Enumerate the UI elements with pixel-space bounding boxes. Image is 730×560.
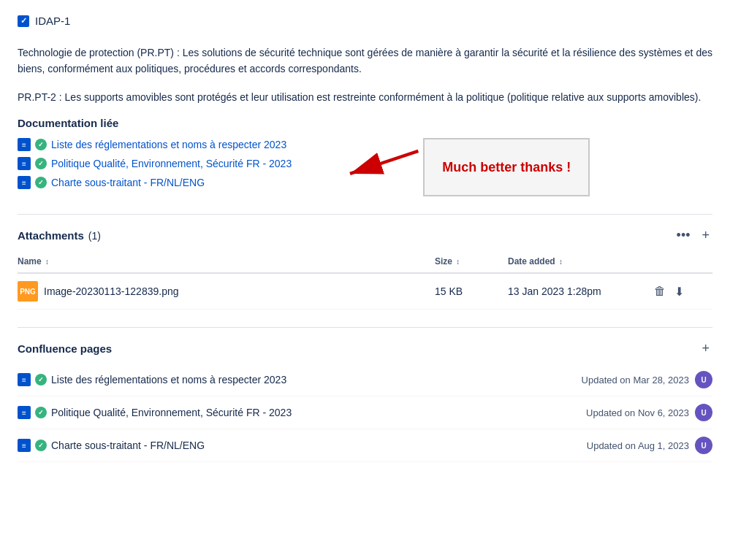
table-row: PNG Image-20230113-122839.png 15 KB 13 J…	[18, 274, 712, 310]
doc-icon	[18, 439, 31, 452]
col-date-header: Date added ↕	[508, 256, 654, 266]
check-icon	[35, 440, 47, 451]
delete-icon[interactable]: 🗑	[654, 285, 666, 298]
avatar: U	[695, 404, 712, 421]
attachments-count: (1)	[88, 230, 101, 242]
doc-links-area: Liste des réglementations et noms à resp…	[18, 138, 712, 196]
attachments-header: Attachments (1) ••• +	[18, 226, 712, 245]
three-dots-icon: •••	[677, 228, 691, 243]
list-item: Liste des réglementations et noms à resp…	[18, 138, 292, 151]
confluence-item-right: Updated on Nov 6, 2023 U	[586, 404, 712, 421]
attachments-section: Attachments (1) ••• + Name ↕ Size ↕ Date…	[18, 226, 712, 310]
confluence-title: Confluence pages	[18, 342, 112, 355]
attachments-actions: ••• +	[674, 226, 712, 245]
attachments-add-button[interactable]: +	[699, 226, 712, 245]
file-thumbnail: PNG	[18, 281, 38, 302]
attachments-title: Attachments	[18, 229, 84, 242]
attachments-table-header: Name ↕ Size ↕ Date added ↕	[18, 250, 712, 274]
plus-icon: +	[702, 341, 710, 356]
documentation-title: Documentation liée	[18, 117, 712, 129]
col-actions-header	[654, 256, 712, 266]
check-icon	[35, 407, 47, 418]
header-section: IDAP-1	[18, 15, 712, 27]
confluence-header: Confluence pages +	[18, 340, 712, 358]
documentation-section: Documentation liée Liste des réglementat…	[18, 117, 712, 196]
list-item: Charte sous-traitant - FR/NL/ENG Updated…	[18, 429, 712, 462]
col-size-header: Size ↕	[435, 256, 508, 266]
doc-link-1[interactable]: Liste des réglementations et noms à resp…	[51, 139, 286, 150]
file-date: 13 Jan 2023 1:28pm	[508, 285, 654, 297]
doc-icon	[18, 176, 31, 189]
callout-text: Much better thanks !	[442, 160, 571, 175]
doc-icon	[18, 138, 31, 151]
col-name-header: Name ↕	[18, 256, 435, 266]
check-icon	[35, 177, 47, 188]
confluence-item-right: Updated on Mar 28, 2023 U	[582, 371, 712, 388]
list-item: Politique Qualité, Environnement, Sécuri…	[18, 157, 292, 170]
svg-line-1	[350, 151, 418, 174]
file-actions: 🗑 ⬇	[654, 285, 712, 299]
list-item: Charte sous-traitant - FR/NL/ENG	[18, 176, 292, 189]
doc-icon	[18, 373, 31, 386]
ticket-id: IDAP-1	[35, 15, 70, 27]
file-name: Image-20230113-122839.png	[44, 285, 179, 297]
doc-icon	[18, 157, 31, 170]
list-item: Politique Qualité, Environnement, Sécuri…	[18, 396, 712, 429]
confluence-link-text: Charte sous-traitant - FR/NL/ENG	[51, 440, 205, 451]
confluence-add-button[interactable]: +	[699, 340, 712, 358]
sort-icon: ↕	[559, 258, 563, 266]
doc-links-list: Liste des réglementations et noms à resp…	[18, 138, 292, 196]
doc-link-2[interactable]: Politique Qualité, Environnement, Sécuri…	[51, 158, 292, 169]
file-name-cell: PNG Image-20230113-122839.png	[18, 281, 435, 302]
check-icon	[35, 374, 47, 386]
check-icon	[35, 139, 47, 150]
doc-icon	[18, 406, 31, 419]
confluence-item-left: Politique Qualité, Environnement, Sécuri…	[18, 406, 292, 419]
confluence-item-right: Updated on Aug 1, 2023 U	[587, 437, 712, 454]
check-icon	[35, 158, 47, 169]
divider	[18, 327, 712, 328]
file-size: 15 KB	[435, 285, 508, 297]
download-icon[interactable]: ⬇	[674, 285, 684, 299]
divider	[18, 214, 712, 215]
description-paragraph2: PR.PT-2 : Les supports amovibles sont pr…	[18, 89, 712, 105]
confluence-updated-date: Updated on Mar 28, 2023	[582, 375, 689, 386]
confluence-item-left: Charte sous-traitant - FR/NL/ENG	[18, 439, 205, 452]
avatar: U	[695, 437, 712, 454]
confluence-updated-date: Updated on Nov 6, 2023	[586, 407, 689, 418]
callout-container: Much better thanks !	[335, 138, 590, 196]
sort-icon: ↕	[45, 258, 49, 266]
attachments-title-area: Attachments (1)	[18, 229, 101, 242]
sort-icon: ↕	[456, 258, 460, 266]
confluence-updated-date: Updated on Aug 1, 2023	[587, 440, 689, 451]
confluence-section: Confluence pages + Liste des réglementat…	[18, 327, 712, 462]
confluence-link-text: Politique Qualité, Environnement, Sécuri…	[51, 407, 292, 418]
arrow-icon	[335, 138, 423, 196]
attachments-more-button[interactable]: •••	[674, 226, 693, 245]
confluence-item-left: Liste des réglementations et noms à resp…	[18, 373, 286, 386]
plus-icon: +	[702, 228, 710, 243]
doc-link-3[interactable]: Charte sous-traitant - FR/NL/ENG	[51, 177, 205, 188]
ticket-checkbox[interactable]	[18, 15, 29, 27]
description-paragraph1: Technologie de protection (PR.PT) : Les …	[18, 45, 712, 77]
list-item: Liste des réglementations et noms à resp…	[18, 364, 712, 396]
confluence-link-text: Liste des réglementations et noms à resp…	[51, 374, 286, 386]
avatar: U	[695, 371, 712, 388]
callout-box: Much better thanks !	[423, 138, 590, 196]
